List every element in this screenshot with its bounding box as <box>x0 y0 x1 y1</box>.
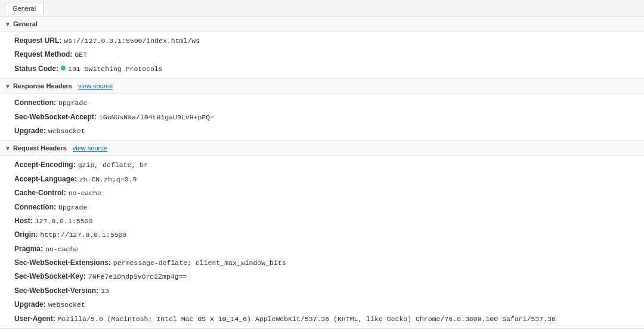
request-header-name: Upgrade: <box>14 299 46 310</box>
general-section-body: Request URL: ws://127.0.0.1:5500/index.h… <box>0 32 644 78</box>
request-header-name: Sec-WebSocket-Version: <box>14 285 98 297</box>
response-headers-section-header[interactable]: ▼ Response Headers view source <box>0 79 644 94</box>
general-section-header[interactable]: ▼ General <box>0 17 644 32</box>
request-header-value: Upgrade <box>58 202 87 213</box>
content-area: ▼ General Request URL: ws://127.0.0.1:55… <box>0 17 644 329</box>
general-status-code-label: Status Code: <box>14 63 58 75</box>
request-header-value: Mozilla/5.0 (Macintosh; Intel Mac OS X 1… <box>58 314 556 325</box>
request-header-name: Connection: <box>14 202 56 213</box>
general-request-url-label: Request URL: <box>14 35 61 47</box>
request-header-value: http://127.0.0.1:5500 <box>40 230 126 240</box>
request-header-row: Host:127.0.0.1:5500 <box>0 214 644 228</box>
response-headers-view-source-link[interactable]: view source <box>78 82 113 90</box>
response-headers-section-title: Response Headers <box>13 82 72 90</box>
general-toggle-icon: ▼ <box>5 21 11 27</box>
response-headers-toggle-icon: ▼ <box>5 83 11 90</box>
request-header-value: 13 <box>101 286 109 297</box>
request-header-name: Sec-WebSocket-Key: <box>14 271 86 282</box>
request-header-value: no-cache <box>45 244 78 255</box>
request-header-row: Pragma:no-cache <box>0 242 644 256</box>
general-request-url-row: Request URL: ws://127.0.0.1:5500/index.h… <box>0 34 644 48</box>
general-request-method-value: GET <box>75 50 87 60</box>
general-section: ▼ General Request URL: ws://127.0.0.1:55… <box>0 17 644 79</box>
response-upgrade-value: websocket <box>48 126 85 137</box>
request-header-value: gzip, deflate, br <box>78 160 148 171</box>
request-headers-section: ▼ Request Headers view source Accept-Enc… <box>0 141 644 329</box>
request-header-row: Accept-Encoding:gzip, deflate, br <box>0 158 644 172</box>
request-header-row: Accept-Language:zh-CN,zh;q=0.9 <box>0 172 644 186</box>
request-headers-section-header[interactable]: ▼ Request Headers view source <box>0 141 644 156</box>
request-header-row: Origin:http://127.0.0.1:5500 <box>0 228 644 242</box>
request-header-name: Pragma: <box>14 243 43 255</box>
tab-strip: General <box>0 0 644 17</box>
request-header-value: permessage-deflate; client_max_window_bi… <box>113 258 286 269</box>
request-header-value: 7NFe7e1DhdpSvOrc2Zmp4g== <box>88 272 187 282</box>
general-section-title: General <box>13 20 38 27</box>
general-request-method-label: Request Method: <box>14 49 72 60</box>
status-dot <box>61 66 66 70</box>
response-connection-label: Connection: <box>14 97 56 109</box>
response-headers-section-body: Connection: Upgrade Sec-WebSocket-Accept… <box>0 94 644 140</box>
request-headers-toggle-icon: ▼ <box>5 145 11 152</box>
request-header-value: zh-CN,zh;q=0.9 <box>79 174 137 185</box>
request-header-name: Cache-Control: <box>14 187 66 199</box>
request-header-row: Sec-WebSocket-Version:13 <box>0 284 644 298</box>
response-sec-websocket-accept-row: Sec-WebSocket-Accept: iGuNUsNka/l04tH1ga… <box>0 110 644 124</box>
request-headers-section-body: Accept-Encoding:gzip, deflate, brAccept-… <box>0 156 644 328</box>
request-header-row: Sec-WebSocket-Extensions:permessage-defl… <box>0 256 644 270</box>
request-header-value: 127.0.0.1:5500 <box>35 216 93 227</box>
request-header-row: User-Agent:Mozilla/5.0 (Macintosh; Intel… <box>0 312 644 326</box>
general-status-code-value: 101 Switching Protocols <box>68 64 163 75</box>
response-headers-section: ▼ Response Headers view source Connectio… <box>0 79 644 141</box>
request-header-name: Accept-Language: <box>14 174 77 185</box>
request-header-name: User-Agent: <box>14 313 55 325</box>
general-request-url-value: ws://127.0.0.1:5500/index.html/ws <box>64 36 200 47</box>
request-header-row: Connection:Upgrade <box>0 201 644 214</box>
response-upgrade-label: Upgrade: <box>14 125 46 137</box>
general-request-method-row: Request Method: GET <box>0 48 644 61</box>
request-headers-view-source-link[interactable]: view source <box>73 144 107 152</box>
general-status-code-row: Status Code: 101 Switching Protocols <box>0 62 644 76</box>
response-sec-websocket-accept-value: iGuNUsNka/l04tH1gaU9LvH+pFQ= <box>99 112 214 123</box>
request-header-name: Origin: <box>14 229 38 240</box>
request-header-name: Host: <box>14 215 33 227</box>
request-header-name: Accept-Encoding: <box>14 159 76 171</box>
request-header-row: Upgrade:websocket <box>0 298 644 312</box>
request-header-name: Sec-WebSocket-Extensions: <box>14 257 111 269</box>
request-header-value: websocket <box>48 300 85 310</box>
request-header-value: no-cache <box>69 188 101 199</box>
response-sec-websocket-accept-label: Sec-WebSocket-Accept: <box>14 112 97 123</box>
request-header-row: Cache-Control:no-cache <box>0 186 644 200</box>
response-upgrade-row: Upgrade: websocket <box>0 124 644 138</box>
request-headers-section-title: Request Headers <box>13 144 67 152</box>
request-header-row: Sec-WebSocket-Key:7NFe7e1DhdpSvOrc2Zmp4g… <box>0 270 644 283</box>
tab-general[interactable]: General <box>5 2 44 14</box>
response-connection-row: Connection: Upgrade <box>0 96 644 110</box>
response-connection-value: Upgrade <box>58 98 87 109</box>
